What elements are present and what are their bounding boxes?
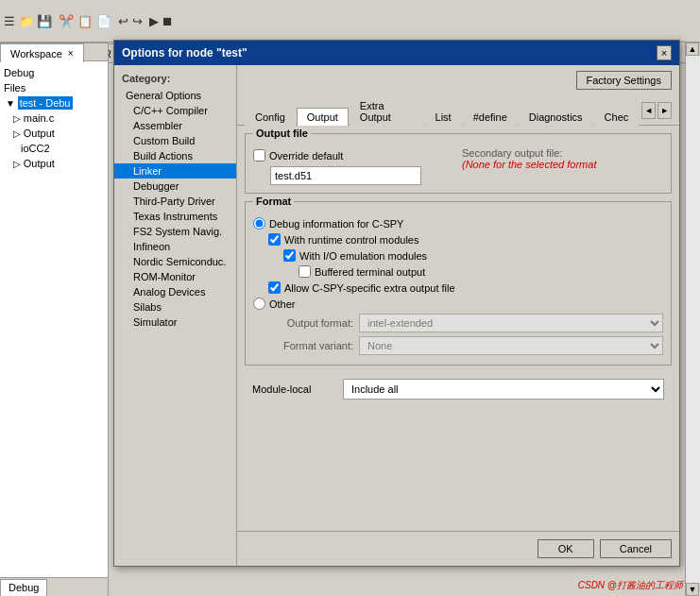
tree-iocc2[interactable]: ioCC2 bbox=[2, 141, 106, 156]
content-inner: Output file Override default bbox=[237, 126, 679, 531]
extra-label: Allow C-SPY-specific extra output file bbox=[284, 282, 455, 294]
buffered-check-row: Buffered terminal output bbox=[253, 264, 663, 280]
format-variant-select[interactable]: None bbox=[359, 336, 663, 355]
category-linker[interactable]: Linker bbox=[114, 163, 236, 179]
other-radio-label: Other bbox=[269, 298, 296, 310]
tab-output[interactable]: Output bbox=[297, 108, 349, 126]
output-cols: Override default Secondary output file: … bbox=[253, 147, 663, 185]
category-texas[interactable]: Texas Instruments bbox=[114, 209, 236, 224]
category-infineon[interactable]: Infineon bbox=[114, 239, 236, 254]
runtime-checkbox[interactable] bbox=[268, 233, 281, 246]
override-default-row: Override default bbox=[253, 147, 454, 163]
workspace-panel: Workspace Debug Files ▼ test - Debu ▷ ma… bbox=[0, 43, 109, 596]
output-left: Override default bbox=[253, 147, 454, 185]
module-local-label: Module-local bbox=[252, 383, 337, 395]
dialog-title: Options for node "test" bbox=[122, 46, 248, 60]
content-tab-strip: Config Output Extra Output List #define … bbox=[237, 95, 679, 126]
output-format-select[interactable]: intel-extended bbox=[359, 314, 663, 332]
workspace-content: Debug Files ▼ test - Debu ▷ main.c ▷ Out… bbox=[0, 61, 108, 175]
tree-main[interactable]: ▷ main.c bbox=[2, 111, 106, 126]
format-title: Format bbox=[253, 196, 294, 207]
category-debugger[interactable]: Debugger bbox=[114, 179, 236, 194]
ok-button[interactable]: OK bbox=[538, 539, 594, 558]
debug-bottom-tab[interactable]: Debug bbox=[0, 579, 47, 596]
extra-checkbox[interactable] bbox=[268, 281, 281, 294]
format-section: Format Debug information for C-SPY With … bbox=[245, 201, 672, 366]
factory-settings-button[interactable]: Factory Settings bbox=[576, 71, 672, 90]
format-variant-label: Format variant: bbox=[268, 340, 353, 351]
output-file-title: Output file bbox=[253, 128, 311, 139]
filename-input[interactable] bbox=[270, 166, 421, 185]
debug-radio[interactable] bbox=[253, 217, 265, 230]
category-analog-devices[interactable]: Analog Devices bbox=[114, 284, 236, 299]
category-rom-monitor[interactable]: ROM-Monitor bbox=[114, 269, 236, 284]
category-build-actions[interactable]: Build Actions bbox=[114, 148, 236, 163]
category-silabs[interactable]: Silabs bbox=[114, 299, 236, 315]
secondary-output-value: (None for the selected format bbox=[462, 159, 663, 170]
toolbar: ☰ 📁 💾 ✂️ 📋 📄 ↩ ↪ ▶ ⏹ bbox=[0, 0, 700, 43]
module-local-select[interactable]: Include all Exclude all Custom bbox=[343, 379, 664, 400]
tree-output2[interactable]: ▷ Output bbox=[2, 156, 106, 171]
scroll-down[interactable]: ▼ bbox=[686, 583, 699, 596]
app-window: ☰ 📁 💾 ✂️ 📋 📄 ↩ ↪ ▶ ⏹ Workspace × IAR Inf… bbox=[0, 0, 700, 596]
workspace-tab[interactable]: Workspace × bbox=[0, 43, 84, 62]
tab-config[interactable]: Config bbox=[245, 108, 296, 126]
other-radio[interactable] bbox=[253, 298, 265, 310]
dialog-titlebar: Options for node "test" × bbox=[114, 41, 679, 65]
tree-output1[interactable]: ▷ Output bbox=[2, 126, 106, 141]
dialog-footer: OK Cancel bbox=[237, 531, 679, 566]
output-file-section: Output file Override default bbox=[245, 133, 672, 194]
debug-radio-row: Debug information for C-SPY bbox=[253, 215, 663, 231]
factory-row: Factory Settings bbox=[237, 65, 679, 95]
extra-check-row: Allow C-SPY-specific extra output file bbox=[253, 280, 663, 296]
output-format-label: Output format: bbox=[268, 317, 353, 329]
toolbar-icons: ☰ 📁 💾 ✂️ 📋 📄 ↩ ↪ ▶ ⏹ bbox=[4, 14, 174, 28]
override-default-label: Override default bbox=[269, 150, 343, 162]
category-general-options[interactable]: General Options bbox=[114, 88, 236, 103]
output-format-row: Output format: intel-extended bbox=[253, 312, 663, 334]
category-simulator[interactable]: Simulator bbox=[114, 315, 236, 330]
right-scrollbar: ▲ ▼ bbox=[685, 43, 700, 596]
other-radio-row: Other bbox=[253, 296, 663, 312]
io-label: With I/O emulation modules bbox=[299, 250, 427, 262]
debug-label: Debug bbox=[2, 65, 106, 80]
override-default-checkbox[interactable] bbox=[253, 149, 265, 162]
dialog-close-button[interactable]: × bbox=[657, 45, 672, 60]
debug-radio-label: Debug information for C-SPY bbox=[269, 218, 403, 230]
workspace-tab-close[interactable]: × bbox=[68, 48, 74, 59]
options-dialog: Options for node "test" × Category: Gene… bbox=[113, 40, 680, 567]
category-custom-build[interactable]: Custom Build bbox=[114, 133, 236, 148]
tab-nav-next[interactable]: ► bbox=[657, 102, 672, 119]
scroll-up[interactable]: ▲ bbox=[686, 43, 699, 56]
buffered-label: Buffered terminal output bbox=[315, 266, 425, 278]
tab-chec[interactable]: Chec bbox=[594, 108, 640, 126]
secondary-output-label: Secondary output file: bbox=[462, 147, 663, 159]
category-label: Category: bbox=[114, 69, 236, 88]
buffered-checkbox[interactable] bbox=[299, 265, 311, 278]
output-right: Secondary output file: (None for the sel… bbox=[462, 147, 663, 170]
category-third-party[interactable]: Third-Party Driver bbox=[114, 194, 236, 209]
content-panel: Factory Settings Config Output Extra Out… bbox=[237, 65, 679, 566]
runtime-check-row: With runtime control modules bbox=[253, 231, 663, 247]
tab-nav-prev[interactable]: ◄ bbox=[641, 102, 656, 119]
tab-diagnostics[interactable]: Diagnostics bbox=[519, 108, 593, 126]
category-c-compiler[interactable]: C/C++ Compiler bbox=[114, 103, 236, 118]
runtime-label: With runtime control modules bbox=[284, 234, 418, 246]
module-local-row: Module-local Include all Exclude all Cus… bbox=[245, 373, 672, 405]
tree-root[interactable]: ▼ test - Debu bbox=[2, 95, 106, 111]
watermark: CSDN @打酱油的工程师 bbox=[578, 579, 683, 592]
tab-list[interactable]: List bbox=[425, 108, 462, 126]
format-variant-row: Format variant: None bbox=[253, 334, 663, 357]
io-check-row: With I/O emulation modules bbox=[253, 247, 663, 264]
bottom-tab-area: Debug bbox=[0, 577, 108, 596]
files-label: Files bbox=[2, 80, 106, 95]
io-checkbox[interactable] bbox=[283, 249, 296, 262]
tab-define[interactable]: #define bbox=[463, 108, 518, 126]
category-nordic[interactable]: Nordic Semiconduc. bbox=[114, 254, 236, 269]
tab-extra-output[interactable]: Extra Output bbox=[350, 96, 424, 126]
category-assembler[interactable]: Assembler bbox=[114, 118, 236, 133]
dialog-body: Category: General Options C/C++ Compiler… bbox=[114, 65, 679, 566]
category-fs2[interactable]: FS2 System Navig. bbox=[114, 224, 236, 239]
category-panel: Category: General Options C/C++ Compiler… bbox=[114, 65, 237, 566]
cancel-button[interactable]: Cancel bbox=[600, 539, 672, 558]
